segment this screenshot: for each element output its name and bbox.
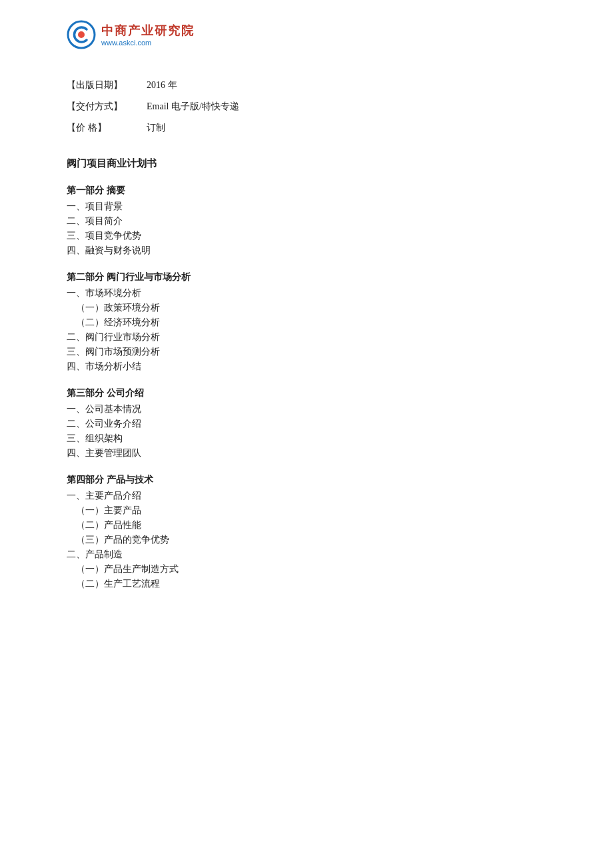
section-3-item-1: （一）主要产品 [67,505,546,517]
meta-price-label: 【价 格】 [67,119,147,137]
section-1: 第二部分 阀门行业与市场分析一、市场环境分析（一）政策环境分析（二）经济环境分析… [67,271,546,373]
section-3-item-0: 一、主要产品介绍 [67,490,546,502]
meta-delivery-value: Email 电子版/特快专递 [147,97,239,116]
section-2-item-2: 三、组织架构 [67,433,546,445]
section-0-item-3: 四、融资与财务说明 [67,245,546,257]
section-1-item-3: 二、阀门行业市场分析 [67,331,546,343]
page-container: 中商产业研究院 www.askci.com 【出版日期】 2016 年 【交付方… [0,0,613,868]
section-1-item-5: 四、市场分析小结 [67,361,546,373]
section-2-item-3: 四、主要管理团队 [67,447,546,459]
section-1-item-0: 一、市场环境分析 [67,287,546,299]
section-0: 第一部分 摘要一、项目背景二、项目简介三、项目竞争优势四、融资与财务说明 [67,185,546,257]
meta-delivery: 【交付方式】 Email 电子版/特快专递 [67,97,546,116]
section-2: 第三部分 公司介绍一、公司基本情况二、公司业务介绍三、组织架构四、主要管理团队 [67,387,546,459]
section-title-1: 第二部分 阀门行业与市场分析 [67,271,546,283]
logo-icon [67,20,96,49]
meta-section: 【出版日期】 2016 年 【交付方式】 Email 电子版/特快专递 【价 格… [67,76,546,137]
meta-price-value: 订制 [147,119,165,137]
meta-publish-label: 【出版日期】 [67,76,147,95]
section-3-item-5: （一）产品生产制造方式 [67,563,546,575]
logo-name: 中商产业研究院 [101,23,195,39]
meta-delivery-label: 【交付方式】 [67,97,147,116]
meta-publish-value: 2016 年 [147,76,177,95]
section-3-item-6: （二）生产工艺流程 [67,578,546,590]
logo-text-block: 中商产业研究院 www.askci.com [101,23,195,47]
meta-publish: 【出版日期】 2016 年 [67,76,546,95]
header-logo: 中商产业研究院 www.askci.com [67,20,546,49]
section-2-item-0: 一、公司基本情况 [67,403,546,415]
section-2-item-1: 二、公司业务介绍 [67,418,546,430]
section-0-item-1: 二、项目简介 [67,215,546,227]
section-3: 第四部分 产品与技术一、主要产品介绍（一）主要产品（二）产品性能（三）产品的竞争… [67,474,546,590]
section-title-0: 第一部分 摘要 [67,185,546,197]
section-title-2: 第三部分 公司介绍 [67,387,546,399]
doc-title: 阀门项目商业计划书 [67,157,546,170]
section-3-item-2: （二）产品性能 [67,519,546,531]
section-3-item-4: 二、产品制造 [67,549,546,561]
section-1-item-1: （一）政策环境分析 [67,302,546,314]
logo-url: www.askci.com [101,39,195,47]
section-1-item-4: 三、阀门市场预测分析 [67,346,546,358]
meta-price: 【价 格】 订制 [67,119,546,137]
section-title-3: 第四部分 产品与技术 [67,474,546,486]
section-0-item-0: 一、项目背景 [67,201,546,213]
section-3-item-3: （三）产品的竞争优势 [67,534,546,546]
svg-point-1 [78,31,85,38]
sections-container: 第一部分 摘要一、项目背景二、项目简介三、项目竞争优势四、融资与财务说明第二部分… [67,185,546,590]
section-0-item-2: 三、项目竞争优势 [67,230,546,242]
section-1-item-2: （二）经济环境分析 [67,317,546,329]
